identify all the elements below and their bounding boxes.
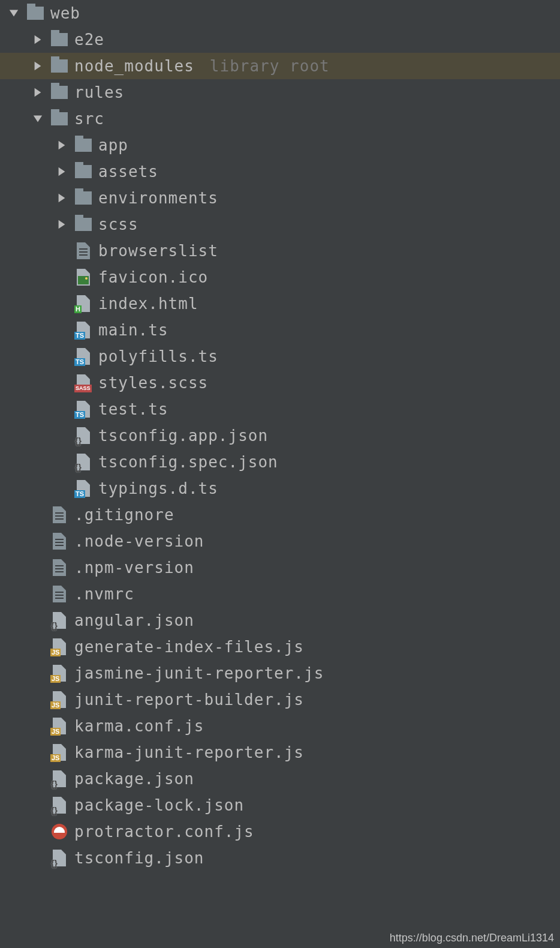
tree-row[interactable]: protractor.conf.js — [0, 818, 560, 845]
tree-item-label: main.ts — [98, 321, 168, 339]
svg-marker-4 — [34, 116, 42, 122]
typescript-file-icon: TS — [74, 400, 92, 418]
tree-item-label: tsconfig.spec.json — [98, 453, 278, 471]
tree-row[interactable]: package.json — [0, 766, 560, 792]
tree-item-label: angular.json — [74, 611, 194, 629]
html-file-icon: H — [74, 295, 92, 313]
chevron-down-icon[interactable] — [6, 5, 22, 21]
tree-row[interactable]: web — [0, 0, 560, 26]
tree-row[interactable]: node_moduleslibrary root — [0, 53, 560, 79]
tree-row[interactable]: .node-version — [0, 528, 560, 554]
tree-item-label: index.html — [98, 295, 198, 313]
javascript-file-icon: JS — [50, 691, 68, 709]
chevron-right-icon[interactable] — [30, 85, 46, 100]
tree-item-label: rules — [74, 83, 124, 101]
svg-marker-8 — [59, 220, 65, 229]
image-file-icon — [74, 268, 92, 286]
tree-item-label: src — [74, 110, 104, 128]
tree-item-label: typings.d.ts — [98, 479, 218, 497]
tree-item-label: karma.conf.js — [74, 717, 204, 735]
tree-row[interactable]: app — [0, 132, 560, 158]
chevron-right-icon[interactable] — [54, 217, 70, 232]
typescript-file-icon: TS — [74, 347, 92, 365]
javascript-file-icon: JS — [50, 638, 68, 656]
tree-row[interactable]: TStest.ts — [0, 396, 560, 422]
tree-item-label: favicon.ico — [98, 268, 208, 286]
svg-marker-6 — [59, 167, 65, 176]
tree-item-label: tsconfig.json — [74, 849, 204, 867]
chevron-right-icon[interactable] — [30, 32, 46, 47]
text-file-icon — [50, 532, 68, 550]
tree-row[interactable]: JSgenerate-index-files.js — [0, 634, 560, 660]
tree-row[interactable]: assets — [0, 158, 560, 185]
tree-item-label: junit-report-builder.js — [74, 691, 304, 709]
chevron-right-icon[interactable] — [30, 58, 46, 74]
json-file-icon — [74, 453, 92, 471]
folder-icon — [74, 215, 92, 233]
tree-row[interactable]: favicon.ico — [0, 264, 560, 290]
folder-icon — [26, 4, 44, 22]
tree-row[interactable]: environments — [0, 185, 560, 211]
tree-row[interactable]: tsconfig.json — [0, 845, 560, 871]
svg-marker-1 — [35, 35, 41, 44]
tree-item-label: environments — [98, 189, 218, 207]
tree-row[interactable]: src — [0, 106, 560, 132]
tree-row[interactable]: SASSstyles.scss — [0, 370, 560, 396]
tree-item-label: e2e — [74, 31, 104, 49]
json-file-icon — [50, 849, 68, 867]
tree-item-label: browserslist — [98, 242, 218, 260]
folder-icon — [74, 163, 92, 181]
folder-icon — [50, 110, 68, 128]
typescript-file-icon: TS — [74, 321, 92, 339]
svg-marker-7 — [59, 194, 65, 202]
json-file-icon — [74, 427, 92, 445]
tree-row[interactable]: package-lock.json — [0, 792, 560, 818]
tree-row[interactable]: scss — [0, 211, 560, 238]
tree-row[interactable]: JSkarma.conf.js — [0, 713, 560, 739]
project-tree[interactable]: webe2enode_moduleslibrary rootrulessrcap… — [0, 0, 560, 871]
json-file-icon — [50, 796, 68, 814]
tree-row[interactable]: TSpolyfills.ts — [0, 343, 560, 370]
tree-item-label: karma-junit-reporter.js — [74, 743, 304, 761]
tree-row[interactable]: TSmain.ts — [0, 317, 560, 343]
tree-item-label: styles.scss — [98, 374, 208, 392]
folder-icon — [50, 83, 68, 101]
tree-item-label: .node-version — [74, 532, 204, 550]
svg-marker-0 — [10, 10, 18, 17]
chevron-right-icon[interactable] — [54, 137, 70, 153]
tree-item-label: jasmine-junit-reporter.js — [74, 664, 324, 682]
tree-row[interactable]: .gitignore — [0, 502, 560, 528]
tree-item-label: scss — [98, 215, 139, 233]
tree-item-label: test.ts — [98, 400, 168, 418]
tree-row[interactable]: rules — [0, 79, 560, 106]
javascript-file-icon: JS — [50, 664, 68, 682]
chevron-right-icon[interactable] — [54, 164, 70, 179]
typescript-file-icon: TS — [74, 479, 92, 497]
tree-row[interactable]: e2e — [0, 26, 560, 53]
tree-row[interactable]: tsconfig.spec.json — [0, 449, 560, 475]
folder-icon — [74, 136, 92, 154]
tree-item-label: assets — [98, 163, 158, 181]
tree-row[interactable]: JSkarma-junit-reporter.js — [0, 739, 560, 766]
json-file-icon — [50, 770, 68, 788]
text-file-icon — [50, 585, 68, 603]
chevron-right-icon[interactable] — [54, 190, 70, 206]
tree-item-label: polyfills.ts — [98, 347, 218, 365]
tree-row[interactable]: JSjasmine-junit-reporter.js — [0, 660, 560, 686]
protractor-file-icon — [50, 823, 68, 841]
tree-item-annotation: library root — [210, 57, 330, 75]
tree-item-label: generate-index-files.js — [74, 638, 304, 656]
svg-marker-5 — [59, 141, 65, 149]
tree-row[interactable]: JSjunit-report-builder.js — [0, 686, 560, 713]
tree-row[interactable]: angular.json — [0, 607, 560, 634]
tree-row[interactable]: browserslist — [0, 238, 560, 264]
tree-row[interactable]: .npm-version — [0, 554, 560, 581]
folder-icon — [50, 31, 68, 49]
chevron-down-icon[interactable] — [30, 111, 46, 127]
tree-item-label: package.json — [74, 770, 194, 788]
tree-row[interactable]: Hindex.html — [0, 290, 560, 317]
tree-row[interactable]: TStypings.d.ts — [0, 475, 560, 502]
tree-row[interactable]: tsconfig.app.json — [0, 422, 560, 449]
tree-row[interactable]: .nvmrc — [0, 581, 560, 607]
tree-item-label: .gitignore — [74, 506, 174, 524]
